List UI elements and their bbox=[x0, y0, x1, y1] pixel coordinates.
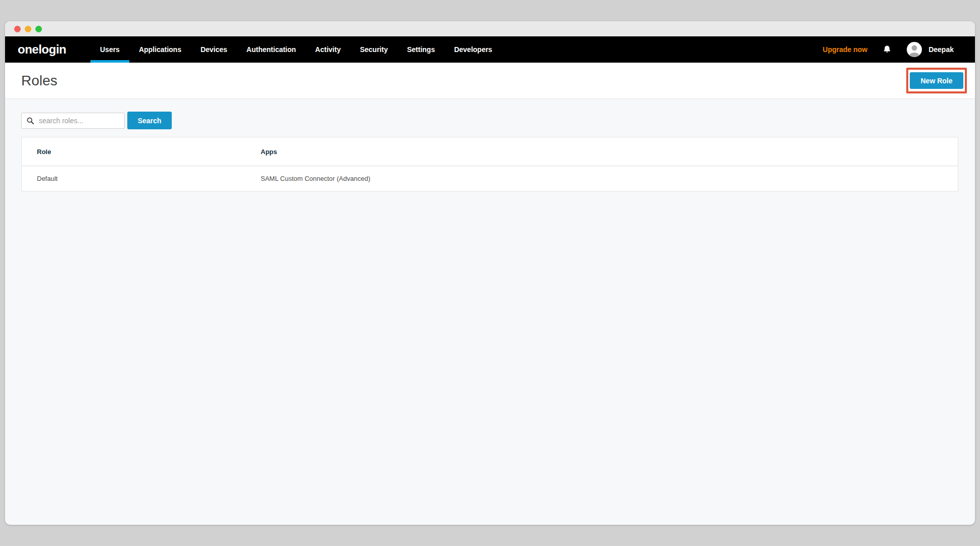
navbar-right-cluster: Upgrade now Deepak bbox=[823, 36, 954, 63]
notifications-bell-icon[interactable] bbox=[883, 44, 892, 55]
top-navbar: onelogin Users Applications Devices Auth… bbox=[5, 36, 975, 63]
table-header-row: Role Apps bbox=[22, 137, 958, 166]
nav-item-activity[interactable]: Activity bbox=[306, 36, 351, 63]
minimize-window-button[interactable] bbox=[25, 26, 31, 32]
nav-item-authentication[interactable]: Authentication bbox=[237, 36, 306, 63]
annotation-highlight: New Role bbox=[906, 68, 967, 93]
search-button[interactable]: Search bbox=[127, 112, 172, 129]
page-title: Roles bbox=[21, 73, 58, 89]
search-input[interactable] bbox=[21, 113, 125, 129]
role-apps-cell: SAML Custom Connector (Advanced) bbox=[246, 175, 958, 182]
user-menu[interactable]: Deepak bbox=[907, 42, 954, 57]
nav-item-security[interactable]: Security bbox=[350, 36, 397, 63]
nav-item-users[interactable]: Users bbox=[90, 36, 129, 63]
upgrade-now-link[interactable]: Upgrade now bbox=[823, 45, 868, 54]
primary-nav: Users Applications Devices Authenticatio… bbox=[90, 36, 502, 63]
main-content: Search Role Apps Default SAML Custom Con… bbox=[5, 99, 975, 525]
nav-item-devices[interactable]: Devices bbox=[191, 36, 237, 63]
avatar bbox=[907, 42, 922, 57]
nav-item-settings[interactable]: Settings bbox=[398, 36, 445, 63]
page-header: Roles New Role bbox=[5, 63, 975, 99]
nav-item-developers[interactable]: Developers bbox=[445, 36, 502, 63]
window-titlebar bbox=[5, 21, 975, 36]
role-name-cell: Default bbox=[22, 175, 246, 182]
search-box bbox=[21, 113, 125, 129]
column-header-apps: Apps bbox=[246, 148, 958, 156]
zoom-window-button[interactable] bbox=[35, 26, 42, 32]
onelogin-logo: onelogin bbox=[18, 42, 66, 57]
column-header-role: Role bbox=[22, 148, 246, 156]
nav-item-applications[interactable]: Applications bbox=[129, 36, 191, 63]
new-role-button[interactable]: New Role bbox=[910, 72, 963, 89]
close-window-button[interactable] bbox=[14, 26, 21, 32]
user-name: Deepak bbox=[928, 45, 954, 54]
table-row[interactable]: Default SAML Custom Connector (Advanced) bbox=[22, 166, 958, 191]
browser-window: onelogin Users Applications Devices Auth… bbox=[5, 21, 975, 525]
roles-table: Role Apps Default SAML Custom Connector … bbox=[21, 137, 958, 191]
search-row: Search bbox=[21, 112, 959, 129]
search-icon bbox=[26, 117, 34, 125]
